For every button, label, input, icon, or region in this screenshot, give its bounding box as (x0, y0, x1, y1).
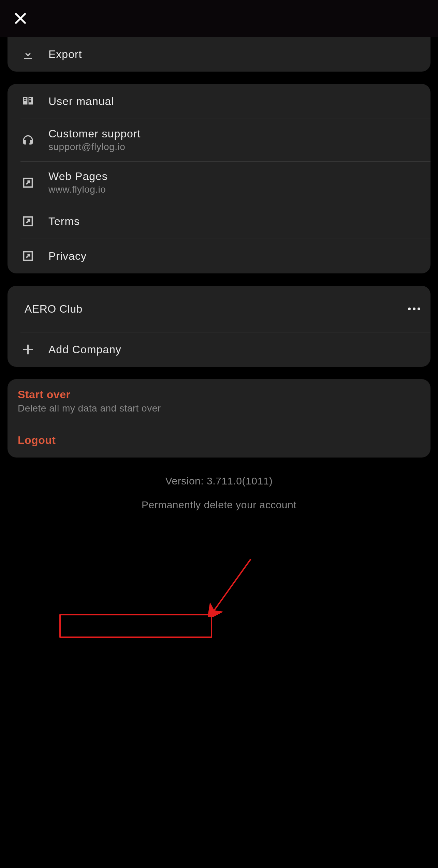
start-over-row[interactable]: Start over Delete all my data and start … (8, 379, 430, 423)
close-button[interactable] (12, 10, 29, 27)
delete-account-link[interactable]: Permanently delete your account (8, 499, 430, 511)
danger-card: Start over Delete all my data and start … (8, 379, 430, 458)
web-pages-url: www.flylog.io (48, 184, 424, 195)
customer-support-row[interactable]: Customer support support@flylog.io (8, 119, 430, 161)
export-row[interactable]: Export (8, 37, 430, 72)
start-over-label: Start over (18, 388, 420, 401)
add-company-label: Add Company (48, 343, 424, 356)
book-icon (8, 95, 48, 108)
company-card: AERO Club Add Company (8, 286, 430, 367)
privacy-row[interactable]: Privacy (8, 239, 430, 273)
settings-content: Export User manual Customer support supp… (0, 37, 438, 511)
export-label: Export (48, 48, 424, 61)
aero-club-row[interactable]: AERO Club (8, 286, 430, 332)
terms-label: Terms (48, 215, 424, 228)
external-link-icon (8, 215, 48, 228)
add-company-row[interactable]: Add Company (8, 332, 430, 367)
more-icon[interactable] (408, 308, 420, 310)
start-over-sub: Delete all my data and start over (18, 403, 420, 414)
plus-icon (8, 343, 48, 356)
logout-label: Logout (18, 434, 420, 447)
headset-icon (8, 134, 48, 147)
export-card: Export (8, 37, 430, 72)
modal-header (0, 0, 438, 37)
customer-support-label: Customer support (48, 128, 424, 140)
aero-club-label: AERO Club (25, 303, 83, 315)
bottom-spacer (0, 511, 438, 868)
logout-row[interactable]: Logout (8, 423, 430, 458)
user-manual-row[interactable]: User manual (8, 84, 430, 119)
close-icon (14, 12, 27, 25)
customer-support-email: support@flylog.io (48, 141, 424, 152)
external-link-icon (8, 250, 48, 263)
web-pages-row[interactable]: Web Pages www.flylog.io (8, 161, 430, 204)
user-manual-label: User manual (48, 95, 424, 108)
external-link-icon (8, 176, 48, 189)
terms-row[interactable]: Terms (8, 204, 430, 239)
privacy-label: Privacy (48, 250, 424, 263)
web-pages-label: Web Pages (48, 170, 424, 183)
support-card: User manual Customer support support@fly… (8, 84, 430, 273)
download-icon (8, 48, 48, 61)
version-text: Version: 3.711.0(1011) (8, 475, 430, 487)
